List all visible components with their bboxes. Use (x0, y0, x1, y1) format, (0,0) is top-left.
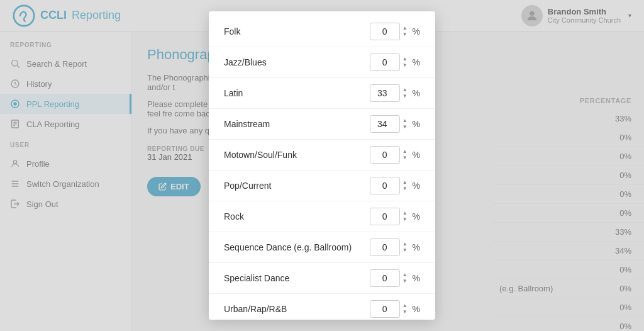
genre-input[interactable] (370, 23, 400, 40)
spinner-icon[interactable]: ▲ ▼ (402, 56, 408, 68)
spinner-icon[interactable]: ▲ ▼ (402, 179, 408, 191)
genre-input-wrap[interactable]: ▲ ▼ % (370, 208, 420, 225)
modal-overlay: Folk ▲ ▼ % Jazz/Blues ▲ ▼ % Latin ▲ ▼ (0, 0, 644, 331)
genre-input[interactable] (370, 300, 400, 318)
genre-input-wrap[interactable]: ▲ ▼ % (370, 115, 420, 133)
modal-genre-row: Rock ▲ ▼ % (209, 201, 435, 232)
modal-genre-row: Latin ▲ ▼ % (209, 78, 435, 109)
spinner-icon[interactable]: ▲ ▼ (402, 149, 408, 160)
genre-input[interactable] (370, 84, 400, 102)
spinner-icon[interactable]: ▲ ▼ (402, 241, 408, 253)
genre-label: Pop/Current (224, 181, 370, 191)
genre-label: Latin (224, 88, 370, 98)
genre-label: Motown/Soul/Funk (224, 150, 370, 160)
genre-input-wrap[interactable]: ▲ ▼ % (370, 146, 420, 164)
modal-genre-row: Pop/Current ▲ ▼ % (209, 171, 435, 201)
modal-genre-row: Motown/Soul/Funk ▲ ▼ % (209, 140, 435, 171)
percent-sign: % (413, 273, 420, 283)
genre-label: Specialist Dance (224, 273, 370, 283)
genre-input-wrap[interactable]: ▲ ▼ % (370, 53, 420, 71)
genre-input[interactable] (370, 53, 400, 71)
genre-label: Mainstream (224, 119, 370, 129)
genre-input-wrap[interactable]: ▲ ▼ % (370, 84, 420, 102)
genre-label: Rock (224, 211, 370, 222)
spinner-icon[interactable]: ▲ ▼ (402, 303, 408, 315)
spinner-icon[interactable]: ▲ ▼ (402, 25, 408, 37)
percent-sign: % (413, 181, 420, 191)
genre-input[interactable] (370, 115, 400, 133)
genre-input-wrap[interactable]: ▲ ▼ % (370, 23, 420, 40)
genre-input[interactable] (370, 146, 400, 164)
spinner-icon[interactable]: ▲ ▼ (402, 210, 408, 222)
modal-genre-row: Specialist Dance ▲ ▼ % (209, 263, 435, 294)
genre-input-wrap[interactable]: ▲ ▼ % (370, 269, 420, 287)
genre-input[interactable] (370, 208, 400, 225)
percent-sign: % (413, 57, 420, 67)
percent-sign: % (413, 242, 420, 252)
percent-sign: % (413, 150, 420, 160)
percent-sign: % (413, 119, 420, 129)
modal-genre-row: Jazz/Blues ▲ ▼ % (209, 47, 435, 78)
spinner-icon[interactable]: ▲ ▼ (402, 118, 408, 130)
modal-genre-row: Mainstream ▲ ▼ % (209, 109, 435, 140)
modal-genre-row: Folk ▲ ▼ % (209, 16, 435, 47)
genre-modal: Folk ▲ ▼ % Jazz/Blues ▲ ▼ % Latin ▲ ▼ (209, 11, 435, 320)
genre-input[interactable] (370, 177, 400, 194)
genre-label: Jazz/Blues (224, 57, 370, 67)
genre-input-wrap[interactable]: ▲ ▼ % (370, 300, 420, 318)
percent-sign: % (413, 211, 420, 222)
percent-sign: % (413, 304, 420, 314)
genre-input[interactable] (370, 238, 400, 256)
genre-label: Urban/Rap/R&B (224, 304, 370, 314)
genre-label: Folk (224, 26, 370, 36)
modal-genre-row: Sequence Dance (e.g. Ballroom) ▲ ▼ % (209, 232, 435, 263)
genre-input-wrap[interactable]: ▲ ▼ % (370, 238, 420, 256)
genre-input[interactable] (370, 269, 400, 287)
spinner-icon[interactable]: ▲ ▼ (402, 272, 408, 284)
percent-sign: % (413, 26, 420, 36)
spinner-icon[interactable]: ▲ ▼ (402, 87, 408, 99)
genre-input-wrap[interactable]: ▲ ▼ % (370, 177, 420, 194)
modal-genre-row: Urban/Rap/R&B ▲ ▼ % (209, 294, 435, 320)
modal-rows: Folk ▲ ▼ % Jazz/Blues ▲ ▼ % Latin ▲ ▼ (209, 16, 435, 320)
genre-label: Sequence Dance (e.g. Ballroom) (224, 242, 370, 252)
percent-sign: % (413, 88, 420, 98)
